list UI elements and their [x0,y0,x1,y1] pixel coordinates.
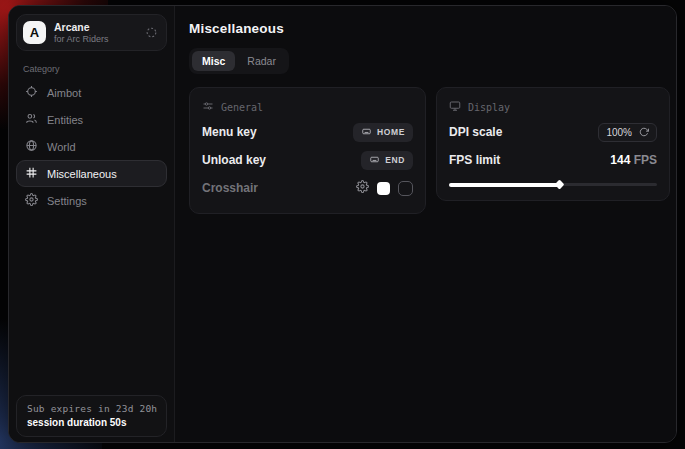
subscription-card: Sub expires in 23d 20h session duration … [16,395,167,437]
app-titles: Arcane for Arc Riders [54,21,137,44]
app-header-card: A Arcane for Arc Riders [16,14,167,51]
app-title: Arcane [54,21,137,34]
display-card-title: Display [468,102,510,113]
sliders-icon [202,100,214,114]
unload-key-label: Unload key [202,153,266,167]
unload-key-value: END [385,155,405,165]
main-content: Miscellaneous Misc Radar General Menu ke… [175,6,676,442]
unload-key-row: Unload key END [202,147,413,173]
session-duration-text: session duration 50s [27,417,156,428]
fps-number: 144 [610,153,630,167]
fps-limit-value: 144 FPS [610,153,657,167]
fps-unit: FPS [634,153,657,167]
unload-key-button[interactable]: END [361,151,413,170]
sidebar-item-label: Entities [47,114,83,126]
general-card: General Menu key HOME Unload key [189,87,426,214]
app-window: A Arcane for Arc Riders Category Aimbot [8,5,677,443]
menu-key-label: Menu key [202,125,257,139]
menu-key-button[interactable]: HOME [353,123,413,142]
monitor-icon [449,100,461,114]
fps-limit-label: FPS limit [449,153,500,167]
cards-row: General Menu key HOME Unload key [189,87,670,214]
tab-radar[interactable]: Radar [237,51,286,71]
dpi-scale-control[interactable]: 100% [598,123,657,142]
fps-slider-fill [449,183,559,187]
sidebar-item-miscellaneous[interactable]: Miscellaneous [16,160,167,187]
loader-circle-icon[interactable] [145,26,158,39]
sidebar-item-label: World [47,141,76,153]
sidebar-item-label: Settings [47,195,87,207]
tab-misc[interactable]: Misc [192,51,235,71]
sidebar-spacer [16,214,167,395]
fps-slider[interactable] [449,178,657,190]
sidebar-nav: Aimbot Entities World Miscellaneous [16,79,167,214]
tab-bar: Misc Radar [189,48,289,74]
crosshair-row: Crosshair [202,175,413,201]
keyboard-icon [369,155,380,166]
page-title: Miscellaneous [189,21,670,36]
crosshair-icon [25,85,38,100]
app-subtitle: for Arc Riders [54,34,137,45]
sidebar: A Arcane for Arc Riders Category Aimbot [9,6,175,442]
keyboard-icon [361,127,372,138]
menu-key-row: Menu key HOME [202,119,413,145]
crosshair-checkbox[interactable] [398,181,413,196]
general-card-header: General [202,100,413,114]
display-card: Display DPI scale 100% FPS limit 144 [436,87,670,201]
grid-icon [25,166,38,181]
dpi-scale-row: DPI scale 100% [449,119,657,145]
sidebar-item-aimbot[interactable]: Aimbot [16,79,167,106]
globe-icon [25,139,38,154]
gear-icon[interactable] [356,179,369,197]
dpi-scale-label: DPI scale [449,125,502,139]
app-logo: A [23,21,46,44]
dpi-scale-value: 100% [606,127,632,138]
fps-slider-thumb[interactable] [555,180,565,190]
sidebar-item-entities[interactable]: Entities [16,106,167,133]
general-card-title: General [221,102,263,113]
sub-expiry-text: Sub expires in 23d 20h [27,403,156,414]
crosshair-label: Crosshair [202,181,258,195]
fps-limit-row: FPS limit 144 FPS [449,147,657,173]
sidebar-item-label: Aimbot [47,87,81,99]
sidebar-item-label: Miscellaneous [47,168,117,180]
menu-key-value: HOME [377,127,405,137]
gear-icon [25,193,38,208]
refresh-icon[interactable] [639,127,649,137]
crosshair-color-swatch[interactable] [377,182,390,195]
crosshair-controls [356,179,413,197]
display-card-header: Display [449,100,657,114]
category-label: Category [23,64,160,74]
entities-icon [25,112,38,127]
sidebar-item-settings[interactable]: Settings [16,187,167,214]
sidebar-item-world[interactable]: World [16,133,167,160]
